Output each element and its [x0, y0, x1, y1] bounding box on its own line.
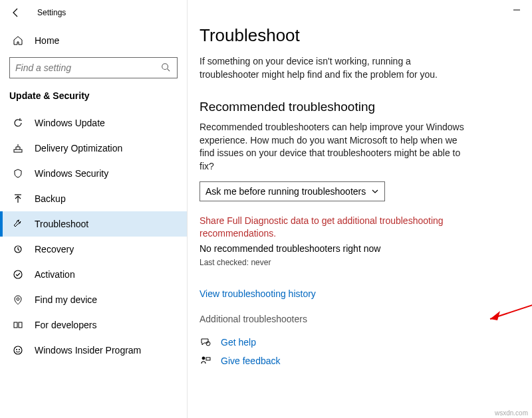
svg-point-1 [162, 64, 168, 70]
additional-troubleshooters-link[interactable]: Additional troubleshooters [200, 314, 516, 324]
get-help-link[interactable]: Get help [200, 336, 516, 348]
sidebar-item-activation[interactable]: Activation [0, 262, 187, 287]
svg-rect-3 [14, 150, 22, 152]
sidebar: Settings Home Update & Security Windo [0, 0, 188, 418]
delivery-icon [12, 142, 24, 154]
window-title: Settings [37, 8, 66, 17]
chevron-down-icon [371, 187, 379, 195]
feedback-icon [200, 355, 211, 367]
nav-label: Troubleshoot [35, 219, 88, 229]
dropdown-value: Ask me before running troubleshooters [205, 186, 366, 197]
page-intro: If something on your device isn't workin… [200, 55, 466, 81]
nav-label: Windows Security [35, 168, 108, 179]
no-recommended-text: No recommended troubleshooters right now [200, 243, 516, 254]
shield-icon [12, 167, 24, 179]
search-container [9, 57, 178, 78]
titlebar: Settings [0, 0, 187, 25]
search-icon [161, 62, 172, 73]
recovery-icon [12, 243, 24, 255]
diagnostic-data-link[interactable]: Share Full Diagnostic data to get additi… [200, 215, 466, 241]
sidebar-item-home[interactable]: Home [0, 29, 187, 52]
svg-point-9 [17, 298, 19, 300]
give-feedback-label: Give feedback [221, 356, 281, 366]
home-label: Home [35, 35, 59, 46]
page-title: Troubleshoot [200, 25, 516, 46]
sidebar-item-recovery[interactable]: Recovery [0, 237, 187, 262]
backup-icon [12, 193, 24, 205]
sidebar-item-windows-update[interactable]: Windows Update [0, 110, 187, 136]
svg-point-16 [202, 357, 205, 360]
troubleshoot-preference-dropdown[interactable]: Ask me before running troubleshooters [200, 181, 385, 201]
sync-icon [12, 117, 24, 129]
nav-label: Windows Insider Program [35, 345, 141, 356]
search-input[interactable] [15, 62, 161, 73]
svg-rect-10 [14, 322, 17, 328]
nav-label: Backup [35, 193, 66, 204]
watermark: wsxdn.com [495, 409, 528, 417]
svg-point-14 [19, 349, 20, 350]
sidebar-item-troubleshoot[interactable]: Troubleshoot [0, 211, 187, 237]
check-circle-icon [12, 268, 24, 280]
nav-label: Windows Update [35, 118, 105, 128]
svg-rect-11 [19, 322, 22, 328]
svg-rect-17 [206, 358, 210, 360]
get-help-label: Get help [221, 337, 256, 348]
svg-line-2 [168, 69, 170, 72]
nav-label: Delivery Optimization [35, 143, 122, 154]
svg-point-8 [14, 270, 22, 278]
sidebar-item-backup[interactable]: Backup [0, 186, 187, 211]
sidebar-item-delivery-optimization[interactable]: Delivery Optimization [0, 136, 187, 161]
insider-icon [12, 344, 24, 356]
home-icon [12, 35, 24, 47]
location-icon [12, 294, 24, 306]
developer-icon [12, 319, 24, 331]
nav-label: For developers [35, 320, 96, 330]
nav-list: Windows Update Delivery Optimization Win… [0, 110, 187, 363]
recommended-desc: Recommended troubleshooters can help imp… [200, 121, 466, 173]
sidebar-item-for-developers[interactable]: For developers [0, 312, 187, 338]
give-feedback-link[interactable]: Give feedback [200, 355, 516, 367]
nav-label: Activation [35, 269, 75, 280]
nav-label: Find my device [35, 294, 97, 305]
back-button[interactable] [8, 5, 24, 21]
main-content: Troubleshoot If something on your device… [188, 0, 532, 418]
svg-line-18 [490, 246, 532, 319]
wrench-icon [12, 218, 24, 230]
sidebar-item-find-my-device[interactable]: Find my device [0, 287, 187, 312]
sidebar-item-windows-security[interactable]: Windows Security [0, 161, 187, 186]
sidebar-item-insider[interactable]: Windows Insider Program [0, 338, 187, 363]
last-checked-text: Last checked: never [200, 258, 516, 267]
history-link[interactable]: View troubleshooting history [200, 288, 316, 299]
recommended-title: Recommended troubleshooting [200, 100, 516, 114]
nav-label: Recovery [35, 244, 74, 255]
svg-point-12 [14, 346, 22, 354]
chat-icon [200, 336, 211, 348]
section-title: Update & Security [0, 90, 187, 110]
svg-point-13 [16, 349, 17, 350]
search-box[interactable] [9, 57, 178, 78]
